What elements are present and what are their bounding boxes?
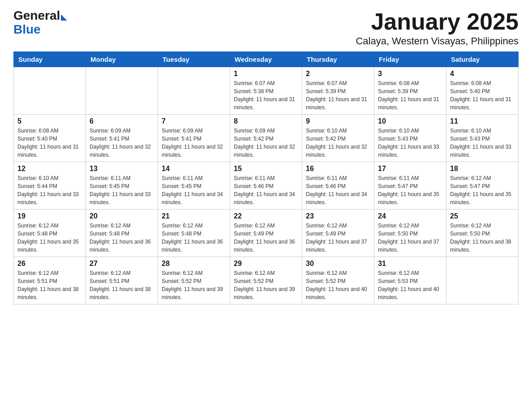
calendar-cell <box>14 67 86 115</box>
logo: General Blue <box>13 9 67 37</box>
calendar-cell: 19Sunrise: 6:12 AM Sunset: 5:48 PM Dayli… <box>14 210 86 257</box>
calendar-cell: 24Sunrise: 6:12 AM Sunset: 5:50 PM Dayli… <box>374 210 446 257</box>
day-info: Sunrise: 6:11 AM Sunset: 5:46 PM Dayligh… <box>306 174 370 206</box>
day-info: Sunrise: 6:09 AM Sunset: 5:41 PM Dayligh… <box>162 127 226 159</box>
calendar-cell: 2Sunrise: 6:07 AM Sunset: 5:39 PM Daylig… <box>302 67 374 115</box>
calendar-table: SundayMondayTuesdayWednesdayThursdayFrid… <box>13 51 519 304</box>
calendar-cell: 9Sunrise: 6:10 AM Sunset: 5:42 PM Daylig… <box>302 115 374 162</box>
day-number: 11 <box>450 117 515 125</box>
day-number: 10 <box>378 117 442 125</box>
calendar-cell: 26Sunrise: 6:12 AM Sunset: 5:51 PM Dayli… <box>14 257 86 304</box>
day-info: Sunrise: 6:10 AM Sunset: 5:42 PM Dayligh… <box>306 127 370 159</box>
day-number: 26 <box>17 260 82 268</box>
calendar-cell <box>158 67 230 115</box>
month-title: January 2025 <box>356 9 519 34</box>
day-number: 19 <box>17 212 82 220</box>
day-number: 14 <box>162 165 226 173</box>
calendar-header-wednesday: Wednesday <box>230 52 302 67</box>
day-number: 2 <box>306 70 370 78</box>
calendar-header-friday: Friday <box>374 52 446 67</box>
calendar-cell: 16Sunrise: 6:11 AM Sunset: 5:46 PM Dayli… <box>302 162 374 210</box>
day-number: 1 <box>234 70 298 78</box>
day-number: 29 <box>234 260 298 268</box>
calendar-cell: 5Sunrise: 6:08 AM Sunset: 5:40 PM Daylig… <box>14 115 86 162</box>
day-info: Sunrise: 6:12 AM Sunset: 5:51 PM Dayligh… <box>17 269 82 301</box>
day-info: Sunrise: 6:08 AM Sunset: 5:39 PM Dayligh… <box>378 79 442 111</box>
day-info: Sunrise: 6:11 AM Sunset: 5:45 PM Dayligh… <box>90 174 154 206</box>
calendar-week-row: 26Sunrise: 6:12 AM Sunset: 5:51 PM Dayli… <box>14 257 519 304</box>
day-number: 30 <box>306 260 370 268</box>
day-info: Sunrise: 6:12 AM Sunset: 5:51 PM Dayligh… <box>90 269 154 301</box>
logo-blue: Blue <box>13 22 41 36</box>
calendar-cell: 29Sunrise: 6:12 AM Sunset: 5:52 PM Dayli… <box>230 257 302 304</box>
calendar-header-saturday: Saturday <box>446 52 519 67</box>
day-info: Sunrise: 6:07 AM Sunset: 5:39 PM Dayligh… <box>306 79 370 111</box>
day-info: Sunrise: 6:10 AM Sunset: 5:44 PM Dayligh… <box>17 174 82 206</box>
calendar-cell: 10Sunrise: 6:10 AM Sunset: 5:43 PM Dayli… <box>374 115 446 162</box>
calendar-cell <box>446 257 519 304</box>
day-number: 16 <box>306 165 370 173</box>
day-number: 7 <box>162 117 226 125</box>
calendar-week-row: 1Sunrise: 6:07 AM Sunset: 5:38 PM Daylig… <box>14 67 519 115</box>
day-info: Sunrise: 6:10 AM Sunset: 5:43 PM Dayligh… <box>378 127 442 159</box>
day-number: 5 <box>17 117 82 125</box>
day-info: Sunrise: 6:12 AM Sunset: 5:49 PM Dayligh… <box>306 222 370 254</box>
day-info: Sunrise: 6:12 AM Sunset: 5:50 PM Dayligh… <box>378 222 442 254</box>
calendar-cell: 15Sunrise: 6:11 AM Sunset: 5:46 PM Dayli… <box>230 162 302 210</box>
day-number: 25 <box>450 212 515 220</box>
calendar-week-row: 5Sunrise: 6:08 AM Sunset: 5:40 PM Daylig… <box>14 115 519 162</box>
day-number: 9 <box>306 117 370 125</box>
day-number: 4 <box>450 70 515 78</box>
calendar-header-tuesday: Tuesday <box>158 52 230 67</box>
calendar-cell: 4Sunrise: 6:08 AM Sunset: 5:40 PM Daylig… <box>446 67 519 115</box>
day-info: Sunrise: 6:12 AM Sunset: 5:48 PM Dayligh… <box>17 222 82 254</box>
day-number: 24 <box>378 212 442 220</box>
day-number: 28 <box>162 260 226 268</box>
day-number: 22 <box>234 212 298 220</box>
logo-arrow-icon <box>61 14 67 21</box>
day-number: 23 <box>306 212 370 220</box>
calendar-header-thursday: Thursday <box>302 52 374 67</box>
day-info: Sunrise: 6:12 AM Sunset: 5:52 PM Dayligh… <box>306 269 370 301</box>
day-number: 31 <box>378 260 442 268</box>
calendar-cell: 8Sunrise: 6:09 AM Sunset: 5:42 PM Daylig… <box>230 115 302 162</box>
calendar-cell: 21Sunrise: 6:12 AM Sunset: 5:48 PM Dayli… <box>158 210 230 257</box>
day-number: 6 <box>90 117 154 125</box>
day-info: Sunrise: 6:09 AM Sunset: 5:42 PM Dayligh… <box>234 127 298 159</box>
calendar-cell: 23Sunrise: 6:12 AM Sunset: 5:49 PM Dayli… <box>302 210 374 257</box>
day-number: 18 <box>450 165 515 173</box>
day-info: Sunrise: 6:11 AM Sunset: 5:47 PM Dayligh… <box>378 174 442 206</box>
calendar-cell: 22Sunrise: 6:12 AM Sunset: 5:49 PM Dayli… <box>230 210 302 257</box>
logo-general: General <box>13 9 60 23</box>
calendar-cell: 20Sunrise: 6:12 AM Sunset: 5:48 PM Dayli… <box>86 210 158 257</box>
calendar-cell: 7Sunrise: 6:09 AM Sunset: 5:41 PM Daylig… <box>158 115 230 162</box>
day-info: Sunrise: 6:12 AM Sunset: 5:48 PM Dayligh… <box>162 222 226 254</box>
day-number: 8 <box>234 117 298 125</box>
calendar-cell: 3Sunrise: 6:08 AM Sunset: 5:39 PM Daylig… <box>374 67 446 115</box>
location-title: Calaya, Western Visayas, Philippines <box>356 35 519 47</box>
day-number: 13 <box>90 165 154 173</box>
calendar-header-monday: Monday <box>86 52 158 67</box>
calendar-cell: 12Sunrise: 6:10 AM Sunset: 5:44 PM Dayli… <box>14 162 86 210</box>
day-info: Sunrise: 6:09 AM Sunset: 5:41 PM Dayligh… <box>90 127 154 159</box>
day-number: 20 <box>90 212 154 220</box>
calendar-cell: 17Sunrise: 6:11 AM Sunset: 5:47 PM Dayli… <box>374 162 446 210</box>
day-info: Sunrise: 6:07 AM Sunset: 5:38 PM Dayligh… <box>234 79 298 111</box>
day-info: Sunrise: 6:12 AM Sunset: 5:48 PM Dayligh… <box>90 222 154 254</box>
calendar-cell: 6Sunrise: 6:09 AM Sunset: 5:41 PM Daylig… <box>86 115 158 162</box>
day-number: 12 <box>17 165 82 173</box>
calendar-cell <box>86 67 158 115</box>
day-number: 21 <box>162 212 226 220</box>
calendar-cell: 31Sunrise: 6:12 AM Sunset: 5:53 PM Dayli… <box>374 257 446 304</box>
day-info: Sunrise: 6:08 AM Sunset: 5:40 PM Dayligh… <box>17 127 82 159</box>
calendar-cell: 28Sunrise: 6:12 AM Sunset: 5:52 PM Dayli… <box>158 257 230 304</box>
calendar-cell: 1Sunrise: 6:07 AM Sunset: 5:38 PM Daylig… <box>230 67 302 115</box>
day-info: Sunrise: 6:12 AM Sunset: 5:53 PM Dayligh… <box>378 269 442 301</box>
calendar-cell: 27Sunrise: 6:12 AM Sunset: 5:51 PM Dayli… <box>86 257 158 304</box>
day-info: Sunrise: 6:12 AM Sunset: 5:49 PM Dayligh… <box>234 222 298 254</box>
calendar-cell: 11Sunrise: 6:10 AM Sunset: 5:43 PM Dayli… <box>446 115 519 162</box>
day-info: Sunrise: 6:08 AM Sunset: 5:40 PM Dayligh… <box>450 79 515 111</box>
calendar-cell: 18Sunrise: 6:12 AM Sunset: 5:47 PM Dayli… <box>446 162 519 210</box>
calendar-cell: 30Sunrise: 6:12 AM Sunset: 5:52 PM Dayli… <box>302 257 374 304</box>
day-number: 17 <box>378 165 442 173</box>
